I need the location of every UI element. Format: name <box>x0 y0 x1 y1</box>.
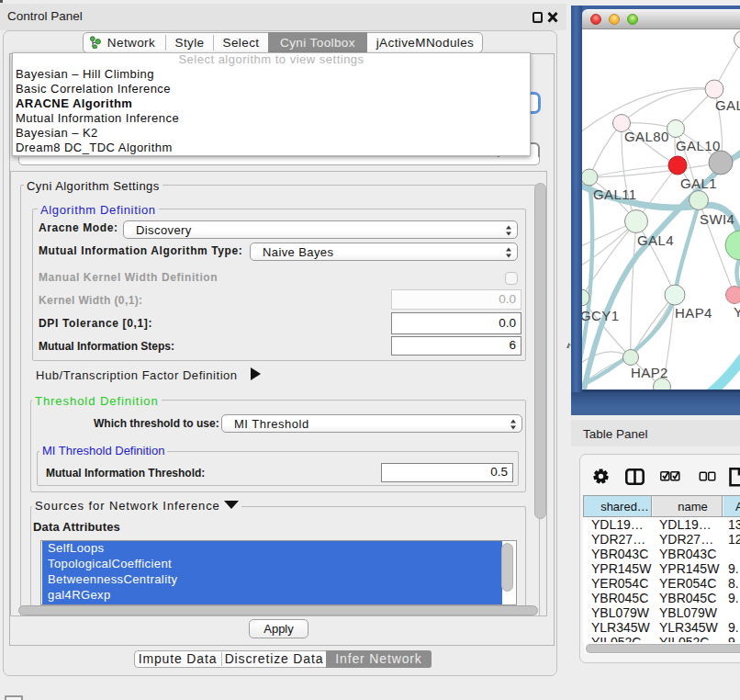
svg-text:HAP2: HAP2 <box>631 365 668 380</box>
svg-text:GAL1: GAL1 <box>680 175 717 191</box>
svg-text:HAP4: HAP4 <box>675 305 712 321</box>
svg-text:SWI4: SWI4 <box>700 211 734 227</box>
svg-text:GAL80: GAL80 <box>624 129 669 144</box>
svg-text:GAL2: GAL2 <box>715 97 740 113</box>
svg-text:GAL4: GAL4 <box>637 232 674 248</box>
svg-text:GCY1: GCY1 <box>582 308 619 323</box>
svg-text:Y: Y <box>734 304 740 320</box>
svg-text:GAL10: GAL10 <box>676 138 721 153</box>
svg-text:GAL11: GAL11 <box>593 186 637 202</box>
